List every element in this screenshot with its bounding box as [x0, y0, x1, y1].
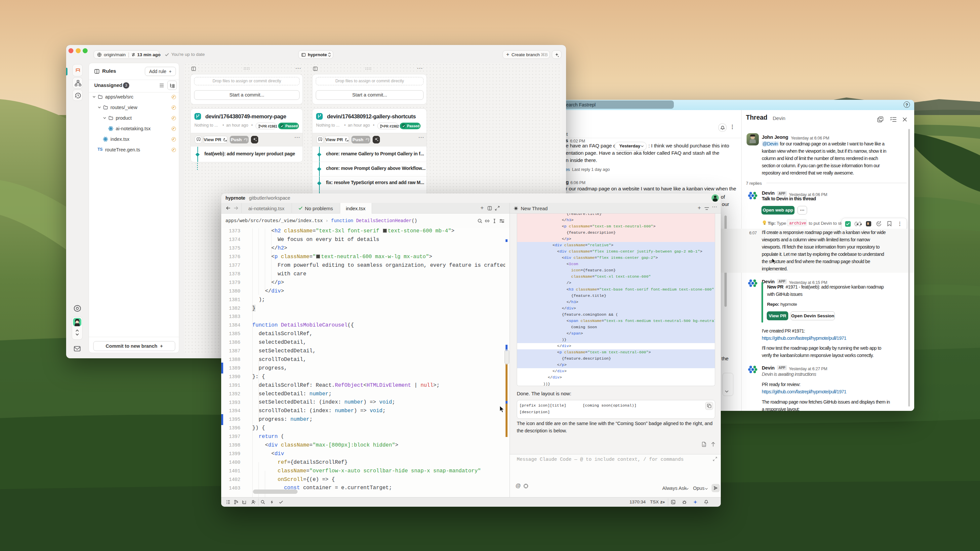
svg-text:MD: MD: [703, 444, 706, 446]
